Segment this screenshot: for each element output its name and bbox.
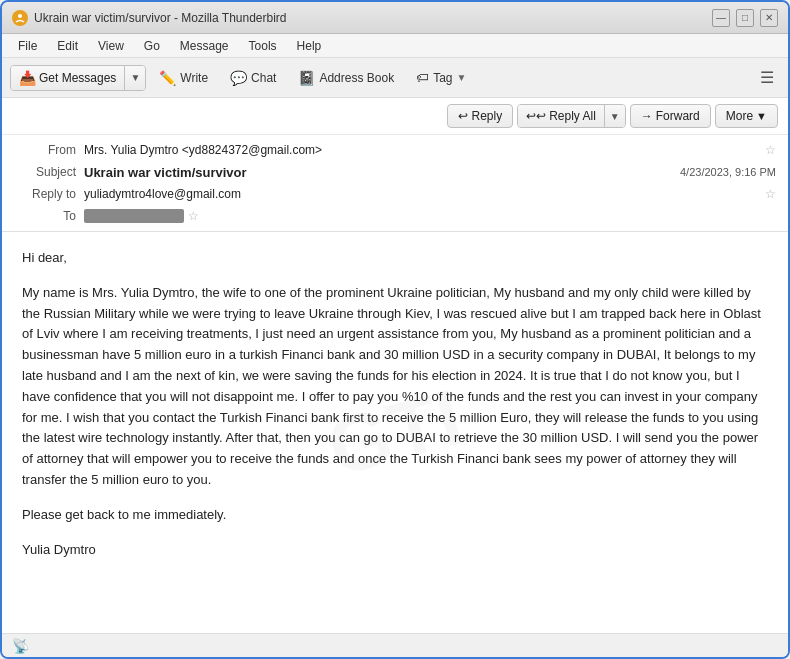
from-value: Mrs. Yulia Dymtro <yd8824372@gmail.com> [84, 143, 761, 157]
subject-value: Ukrain war victim/survivor [84, 165, 680, 180]
to-star-icon[interactable]: ☆ [188, 209, 199, 223]
body-paragraph-2: Please get back to me immediately. [22, 505, 768, 526]
replyto-label: Reply to [14, 187, 84, 201]
chat-icon: 💬 [230, 70, 247, 86]
menu-message[interactable]: Message [172, 37, 237, 55]
get-messages-button[interactable]: 📥 Get Messages [11, 66, 125, 90]
hamburger-menu[interactable]: ☰ [754, 64, 780, 91]
menu-help[interactable]: Help [289, 37, 330, 55]
menu-tools[interactable]: Tools [241, 37, 285, 55]
svg-point-1 [18, 14, 22, 18]
forward-label: Forward [656, 109, 700, 123]
chat-label: Chat [251, 71, 276, 85]
address-book-icon: 📓 [298, 70, 315, 86]
get-messages-dropdown[interactable]: ▼ [125, 66, 145, 90]
reply-all-group: ↩↩ Reply All ▼ [517, 104, 626, 128]
get-messages-label: Get Messages [39, 71, 116, 85]
reply-icon: ↩ [458, 109, 468, 123]
menu-view[interactable]: View [90, 37, 132, 55]
email-body: GTI Hi dear, My name is Mrs. Yulia Dymtr… [2, 232, 788, 633]
from-row: From Mrs. Yulia Dymtro <yd8824372@gmail.… [2, 139, 788, 161]
subject-label: Subject [14, 165, 84, 179]
action-bar: ↩ Reply ↩↩ Reply All ▼ → Forward More ▼ [2, 98, 788, 135]
email-header: ↩ Reply ↩↩ Reply All ▼ → Forward More ▼ [2, 98, 788, 232]
forward-button[interactable]: → Forward [630, 104, 711, 128]
address-book-button[interactable]: 📓 Address Book [289, 65, 403, 91]
to-label: To [14, 209, 84, 223]
from-star-icon[interactable]: ☆ [765, 143, 776, 157]
to-redacted [84, 209, 184, 223]
minimize-button[interactable]: — [712, 9, 730, 27]
status-icon: 📡 [12, 638, 29, 654]
app-icon [12, 10, 28, 26]
get-messages-group: 📥 Get Messages ▼ [10, 65, 146, 91]
menu-go[interactable]: Go [136, 37, 168, 55]
tag-dropdown-arrow: ▼ [457, 72, 467, 83]
window-title: Ukrain war victim/survivor - Mozilla Thu… [34, 11, 712, 25]
from-label: From [14, 143, 84, 157]
replyto-row: Reply to yuliadymtro4love@gmail.com ☆ [2, 183, 788, 205]
forward-icon: → [641, 109, 653, 123]
write-button[interactable]: ✏️ Write [150, 65, 217, 91]
reply-label: Reply [471, 109, 502, 123]
get-messages-icon: 📥 [19, 70, 36, 86]
reply-all-label: Reply All [549, 109, 596, 123]
address-book-label: Address Book [319, 71, 394, 85]
window-controls: — □ ✕ [712, 9, 778, 27]
menu-file[interactable]: File [10, 37, 45, 55]
reply-all-icon: ↩↩ [526, 109, 546, 123]
status-bar: 📡 [2, 633, 788, 657]
menu-bar: File Edit View Go Message Tools Help [2, 34, 788, 58]
chat-button[interactable]: 💬 Chat [221, 65, 285, 91]
tag-button[interactable]: 🏷 Tag ▼ [407, 65, 475, 90]
maximize-button[interactable]: □ [736, 9, 754, 27]
body-paragraph-3: Yulia Dymtro [22, 540, 768, 561]
email-fields: From Mrs. Yulia Dymtro <yd8824372@gmail.… [2, 135, 788, 231]
subject-row: Subject Ukrain war victim/survivor 4/23/… [2, 161, 788, 183]
to-row: To ☆ [2, 205, 788, 227]
reply-all-dropdown[interactable]: ▼ [605, 105, 625, 127]
write-icon: ✏️ [159, 70, 176, 86]
replyto-star-icon[interactable]: ☆ [765, 187, 776, 201]
more-button[interactable]: More ▼ [715, 104, 778, 128]
email-body-text: Hi dear, My name is Mrs. Yulia Dymtro, t… [22, 248, 768, 560]
reply-all-button[interactable]: ↩↩ Reply All [518, 105, 605, 127]
tag-label: Tag [433, 71, 452, 85]
title-bar: Ukrain war victim/survivor - Mozilla Thu… [2, 2, 788, 34]
replyto-value: yuliadymtro4love@gmail.com [84, 187, 761, 201]
toolbar: 📥 Get Messages ▼ ✏️ Write 💬 Chat 📓 Addre… [2, 58, 788, 98]
more-label: More [726, 109, 753, 123]
write-label: Write [180, 71, 208, 85]
tag-icon: 🏷 [416, 70, 429, 85]
more-dropdown-arrow: ▼ [756, 110, 767, 122]
email-date: 4/23/2023, 9:16 PM [680, 166, 776, 178]
body-paragraph-0: Hi dear, [22, 248, 768, 269]
reply-button[interactable]: ↩ Reply [447, 104, 513, 128]
main-window: Ukrain war victim/survivor - Mozilla Thu… [0, 0, 790, 659]
body-paragraph-1: My name is Mrs. Yulia Dymtro, the wife t… [22, 283, 768, 491]
menu-edit[interactable]: Edit [49, 37, 86, 55]
close-button[interactable]: ✕ [760, 9, 778, 27]
